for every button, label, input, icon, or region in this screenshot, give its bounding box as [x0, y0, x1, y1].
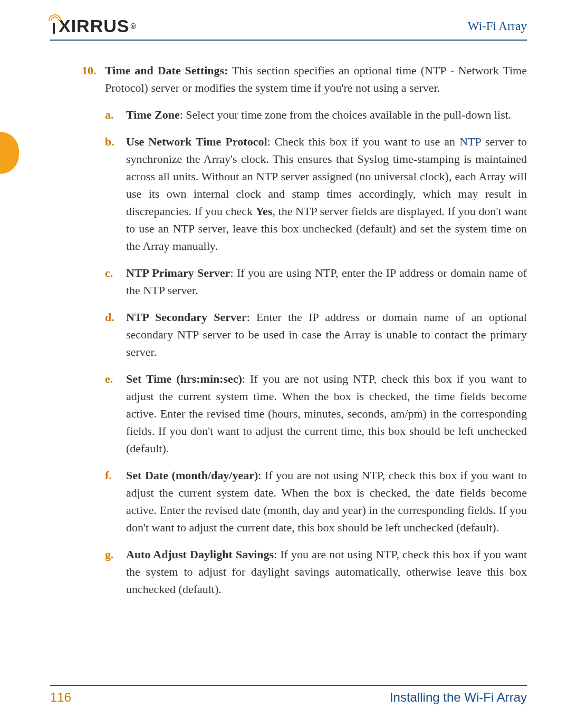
subitem-body: NTP Primary Server: If you are using NTP… [126, 264, 527, 299]
item-body: Time and Date Settings: This section spe… [105, 62, 527, 96]
antenna-icon [50, 17, 57, 35]
section-name: Installing the Wi-Fi Array [390, 690, 527, 705]
ntp-link[interactable]: NTP [459, 135, 481, 148]
subitem-g: g. Auto Adjust Daylight Savings: If you … [105, 546, 527, 598]
product-name: Wi-Fi Array [468, 20, 527, 33]
subitem-d: d. NTP Secondary Server: Enter the IP ad… [105, 308, 527, 361]
page-header: XIRRUS® Wi-Fi Array [50, 16, 527, 41]
brand-logo: XIRRUS® [50, 16, 137, 36]
subitem-text: : Select your time zone from the choices… [180, 108, 512, 121]
item-title: Time and Date Settings: [105, 64, 228, 77]
yes-label: Yes [256, 205, 273, 218]
subitem-title: Auto Adjust Daylight Savings [126, 548, 274, 561]
subitem-letter: g. [105, 546, 126, 598]
subitem-body: Set Time (hrs:min:sec): If you are not u… [126, 370, 527, 457]
subitem-letter: f. [105, 467, 126, 536]
page-number: 116 [50, 690, 71, 705]
subitem-f: f. Set Date (month/day/year): If you are… [105, 467, 527, 536]
subitem-title: Set Time (hrs:min:sec) [126, 372, 242, 385]
content-body: 10. Time and Date Settings: This section… [50, 62, 527, 598]
item-number: 10. [82, 62, 105, 96]
subitem-a: a. Time Zone: Select your time zone from… [105, 106, 527, 123]
subitem-title: Time Zone [126, 108, 180, 121]
side-tab-icon [0, 132, 19, 174]
subitem-body: Use Network Time Protocol: Check this bo… [126, 133, 527, 255]
registered-mark: ® [130, 22, 136, 31]
subitem-letter: b. [105, 133, 126, 255]
subitem-title: NTP Secondary Server [126, 310, 247, 324]
subitem-b: b. Use Network Time Protocol: Check this… [105, 133, 527, 255]
subitem-letter: c. [105, 264, 126, 299]
subitem-body: NTP Secondary Server: Enter the IP addre… [126, 308, 527, 361]
subitem-c: c. NTP Primary Server: If you are using … [105, 264, 527, 299]
subitem-body: Set Date (month/day/year): If you are no… [126, 467, 527, 536]
subitem-letter: d. [105, 308, 126, 361]
page-footer: 116 Installing the Wi-Fi Array [50, 685, 527, 705]
subitem-body: Time Zone: Select your time zone from th… [126, 106, 527, 123]
page: XIRRUS® Wi-Fi Array 10. Time and Date Se… [0, 0, 577, 728]
subitem-body: Auto Adjust Daylight Savings: If you are… [126, 546, 527, 598]
subitem-title: NTP Primary Server [126, 266, 230, 279]
subitem-e: e. Set Time (hrs:min:sec): If you are no… [105, 370, 527, 457]
subitem-letter: a. [105, 106, 126, 123]
subitem-title: Set Date (month/day/year) [126, 469, 258, 482]
sublist: a. Time Zone: Select your time zone from… [105, 106, 527, 598]
subitem-title: Use Network Time Protocol [126, 135, 267, 148]
list-item-10: 10. Time and Date Settings: This section… [82, 62, 527, 96]
subitem-letter: e. [105, 370, 126, 457]
subitem-text-prefix: : Check this box if you want to use an [267, 135, 460, 148]
logo-text: XIRRUS [59, 16, 129, 36]
